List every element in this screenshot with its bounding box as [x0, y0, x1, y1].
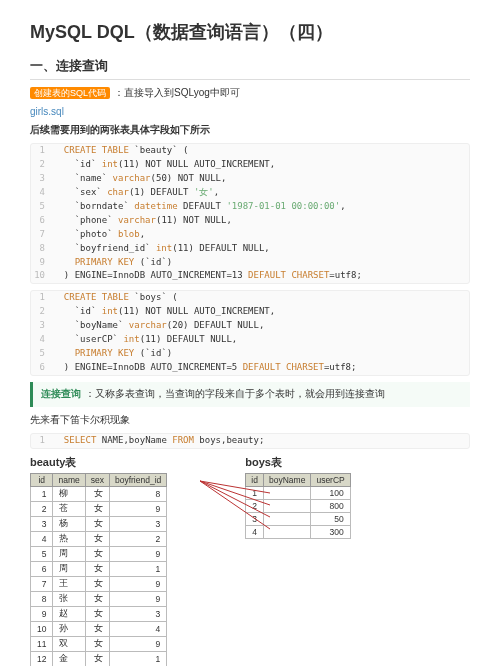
code-block-beauty: 1 CREATE TABLE `beauty` (2 `id` int(11) … — [30, 143, 470, 284]
boys-table: idboyNameuserCP110028003504300 — [245, 473, 350, 539]
tables-wrap: beauty表 idnamesexboyfriend_id1柳女82苍女93杨女… — [30, 455, 470, 666]
boys-label: boys表 — [245, 455, 350, 470]
beauty-label: beauty表 — [30, 455, 167, 470]
tag-after: ：直接导入到SQLyog中即可 — [114, 87, 240, 98]
callout-label: 连接查询 — [41, 388, 81, 399]
callout: 连接查询：又称多表查询，当查询的字段来自于多个表时，就会用到连接查询 — [30, 382, 470, 407]
section-heading: 一、连接查询 — [30, 58, 470, 80]
code-block-select: 1 SELECT NAME,boyName FROM boys,beauty; — [30, 433, 470, 449]
code-block-boys: 1 CREATE TABLE `boys` (2 `id` int(11) NO… — [30, 290, 470, 376]
page-title: MySQL DQL（数据查询语言）（四） — [30, 20, 470, 44]
callout-text: ：又称多表查询，当查询的字段来自于多个表时，就会用到连接查询 — [85, 388, 385, 399]
beauty-table: idnamesexboyfriend_id1柳女82苍女93杨女34热女25周女… — [30, 473, 167, 666]
orange-tag: 创建表的SQL代码 — [30, 87, 110, 99]
para-cartesian: 先来看下笛卡尔积现象 — [30, 413, 470, 427]
sql-link[interactable]: girls.sql — [30, 106, 470, 117]
intro-bold: 后续需要用到的两张表具体字段如下所示 — [30, 123, 470, 137]
tag-line: 创建表的SQL代码：直接导入到SQLyog中即可 — [30, 86, 470, 100]
